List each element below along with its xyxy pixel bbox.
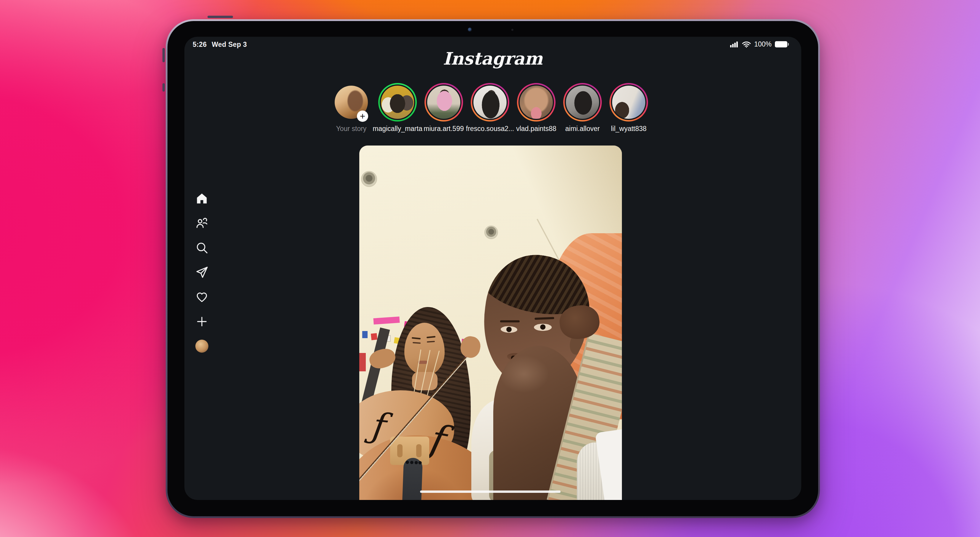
sidebar-item-create[interactable] bbox=[195, 315, 209, 328]
status-time: 5:26 bbox=[192, 41, 207, 49]
battery-percent: 100% bbox=[754, 40, 772, 48]
sidebar-nav bbox=[195, 192, 209, 353]
story-avatar bbox=[566, 86, 599, 119]
sidebar-item-people[interactable] bbox=[195, 216, 209, 230]
sidebar-item-profile[interactable] bbox=[195, 339, 209, 353]
story-aimi-allover[interactable]: aimi.allover bbox=[563, 83, 602, 133]
volume-down-button bbox=[162, 83, 165, 92]
close-friends-story-ring bbox=[378, 83, 417, 121]
story-avatar bbox=[381, 86, 414, 119]
cello-tailpiece bbox=[401, 458, 423, 500]
story-username: magically_marta bbox=[371, 125, 423, 133]
story-username: Your story bbox=[325, 125, 377, 133]
plus-icon bbox=[195, 315, 209, 328]
sidebar-item-messages[interactable] bbox=[195, 265, 209, 279]
story-username: miura.art.599 bbox=[418, 125, 470, 133]
story-your-story[interactable]: + Your story bbox=[332, 83, 371, 133]
heart-icon bbox=[195, 290, 209, 304]
wall-art bbox=[362, 331, 368, 338]
ceiling-light bbox=[361, 171, 377, 187]
front-camera bbox=[468, 27, 472, 32]
story-vlad-paints88[interactable]: vlad.paints88 bbox=[517, 83, 555, 133]
sidebar-item-notifications[interactable] bbox=[195, 290, 209, 304]
status-bar-right: 100% bbox=[730, 40, 789, 48]
ipad-screen: 5:26 Wed Sep 3 100% bbox=[185, 37, 801, 500]
people-icon bbox=[195, 216, 209, 230]
story-ring bbox=[425, 83, 463, 121]
story-avatar bbox=[473, 86, 507, 119]
story-avatar bbox=[520, 86, 553, 119]
home-indicator[interactable] bbox=[420, 491, 560, 493]
man-eye bbox=[534, 324, 552, 331]
story-ring bbox=[517, 83, 555, 121]
story-ring bbox=[563, 83, 602, 121]
story-miura-art-599[interactable]: miura.art.599 bbox=[425, 83, 463, 133]
story-username: vlad.paints88 bbox=[510, 125, 562, 133]
story-fresco-sousa2[interactable]: fresco.sousa2... bbox=[471, 83, 509, 133]
add-story-plus-icon[interactable]: + bbox=[357, 111, 368, 122]
story-username: aimi.allover bbox=[557, 125, 609, 133]
wall-art bbox=[359, 353, 366, 371]
feed-post-photo[interactable]: ƒ ƒ bbox=[359, 146, 622, 500]
story-username: fresco.sousa2... bbox=[464, 125, 516, 133]
man-brow bbox=[500, 320, 520, 323]
sidebar-item-search[interactable] bbox=[195, 241, 209, 254]
story-avatar bbox=[612, 86, 645, 119]
instagram-logo: Instagram bbox=[185, 49, 801, 69]
story-ring bbox=[471, 83, 509, 121]
profile-avatar bbox=[195, 340, 208, 353]
status-bar-left: 5:26 Wed Sep 3 bbox=[192, 41, 247, 49]
ceiling-light bbox=[484, 226, 498, 239]
wall-art bbox=[371, 333, 377, 340]
ipad-bezel: 5:26 Wed Sep 3 100% bbox=[167, 21, 818, 516]
man-brow bbox=[535, 317, 554, 320]
home-icon bbox=[195, 192, 209, 205]
story-username: lil_wyatt838 bbox=[603, 125, 655, 133]
story-avatar bbox=[427, 86, 460, 119]
story-ring bbox=[609, 83, 648, 121]
share-plane-icon bbox=[195, 265, 209, 279]
stories-tray: + Your story magically_marta miura.art.5… bbox=[332, 83, 648, 133]
sidebar-item-home[interactable] bbox=[195, 192, 209, 205]
ipad-device: 5:26 Wed Sep 3 100% bbox=[166, 19, 820, 518]
wifi-icon bbox=[742, 41, 751, 48]
status-date: Wed Sep 3 bbox=[212, 41, 247, 49]
search-icon bbox=[195, 241, 209, 254]
battery-icon bbox=[775, 41, 789, 48]
light-sensor bbox=[511, 29, 514, 31]
cellular-signal-icon bbox=[730, 41, 739, 48]
story-magically-marta[interactable]: magically_marta bbox=[378, 83, 417, 133]
story-lil-wyatt838[interactable]: lil_wyatt838 bbox=[609, 83, 648, 133]
power-button bbox=[207, 16, 233, 18]
man-eye bbox=[501, 326, 517, 333]
wall-sticky-note bbox=[373, 316, 399, 324]
volume-up-button bbox=[162, 48, 165, 62]
